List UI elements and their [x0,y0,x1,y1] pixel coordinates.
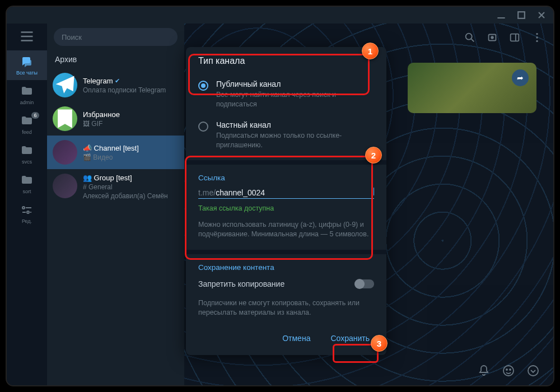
window-maximize-button[interactable] [514,10,529,21]
rail-edit[interactable]: Ред. [7,199,47,228]
search-icon[interactable] [464,31,476,44]
forbid-copy-hint: Подписчики не смогут копировать, сохраня… [186,293,386,324]
svg-point-19 [536,36,538,38]
svg-point-22 [506,369,507,370]
modal-title: Тип канала [186,47,386,74]
rail-label: feed [22,129,32,135]
link-value: channel_0024 [216,188,374,197]
svg-point-18 [536,33,538,35]
annotation-badge: 2 [365,147,382,164]
rail-label: svcs [22,159,32,165]
edit-folders-icon [19,203,35,217]
svg-point-12 [466,34,472,40]
chat-name: 📣 Channel [test] [83,144,179,152]
option-title: Публичный канал [216,80,374,88]
rail-sort[interactable]: sort [7,169,47,199]
folder-icon [19,85,35,98]
avatar [53,174,77,198]
emoji-icon[interactable] [502,364,515,377]
cancel-button[interactable]: Отмена [274,329,318,347]
folder-rail: Все чаты admin feed 6 svcs sort Ред. [7,24,47,385]
folder-icon [19,174,35,187]
option-title: Частный канал [216,120,374,129]
chat-list-item[interactable]: Telegram ✔ Оплата подписки Telegram [47,68,184,102]
radio-icon [198,122,208,132]
stream-icon[interactable] [486,31,498,44]
chats-icon [19,55,35,68]
more-icon[interactable] [531,31,543,44]
option-description: Все могут найти канал через поиск и подп… [216,90,374,109]
save-button[interactable]: Сохранить [323,329,377,347]
svg-point-21 [503,366,514,376]
link-prefix: t.me/ [198,188,216,197]
private-channel-option[interactable]: Частный канал Подписаться можно только п… [186,115,386,156]
link-hint: Можно использовать латиницу (a-z), цифры… [186,214,386,245]
rail-all-chats[interactable]: Все чаты [7,50,47,80]
avatar [53,106,77,131]
channel-link-input[interactable]: t.me/channel_0024 [198,185,374,199]
scroll-down-icon[interactable] [526,364,540,377]
radio-icon [198,81,208,91]
forward-button[interactable]: ➦ [512,69,529,86]
chat-list-column: Поиск Архив Telegram ✔ Оплата подписки T… [47,24,184,385]
chat-preview: Оплата подписки Telegram [83,86,179,94]
rail-label: Ред. [22,218,32,224]
forbid-copy-toggle[interactable] [355,279,374,288]
content-save-header: Сохранение контента [186,259,386,275]
svg-point-20 [536,40,538,42]
annotation-badge: 1 [362,43,379,59]
hamburger-menu-button[interactable] [18,28,35,45]
svg-rect-16 [511,34,519,41]
svg-point-15 [491,36,493,39]
search-input[interactable]: Поиск [54,28,178,46]
annotation-badge: 3 [371,335,388,352]
link-availability: Такая ссылка доступна [186,202,386,214]
svg-line-13 [472,39,474,42]
public-channel-option[interactable]: Публичный канал Все могут найти канал че… [186,74,386,115]
svg-point-24 [528,366,538,376]
folder-icon [19,144,35,157]
sidepanel-icon[interactable] [508,31,521,44]
rail-svcs[interactable]: svcs [7,139,47,169]
svg-point-7 [22,207,25,209]
svg-point-9 [27,211,29,213]
window-titlebar [7,7,553,24]
avatar [53,73,77,97]
verified-icon: ✔ [115,77,120,85]
window-minimize-button[interactable] [494,10,508,21]
rail-admin[interactable]: admin [7,80,47,110]
mute-icon[interactable] [477,364,491,377]
chat-preview: Алексей добавил(а) Семён [83,192,179,200]
window-close-button[interactable] [534,10,549,21]
unread-badge: 6 [31,112,39,119]
chat-list-item[interactable]: 📣 Channel [test] 🎬 Видео [47,136,184,169]
rail-label: sort [22,189,31,194]
chat-name: Telegram [83,77,113,85]
archive-header[interactable]: Архив [47,50,184,68]
option-description: Подписаться можно только по ссылке-пригл… [216,131,374,150]
chat-name: Избранное [83,110,179,119]
rail-feed[interactable]: feed 6 [7,110,47,139]
rail-label: Все чаты [16,70,38,76]
rail-label: admin [20,100,34,105]
chat-preview: 🖼 GIF [83,120,179,128]
chat-list-item[interactable]: 👥 Group [test] # General Алексей добавил… [47,169,184,204]
svg-point-23 [510,369,511,370]
chat-preview: 🎬 Видео [83,153,179,161]
forbid-copy-label: Запретить копирование [198,279,284,288]
link-section-header: Ссылка [186,169,386,185]
chat-preview: # General [83,183,179,191]
svg-rect-1 [518,12,525,18]
chat-name: 👥 Group [test] [83,174,179,182]
avatar [53,140,77,165]
chat-list-item[interactable]: Избранное 🖼 GIF [47,102,184,136]
channel-type-modal: Тип канала Публичный канал Все могут най… [186,47,386,355]
